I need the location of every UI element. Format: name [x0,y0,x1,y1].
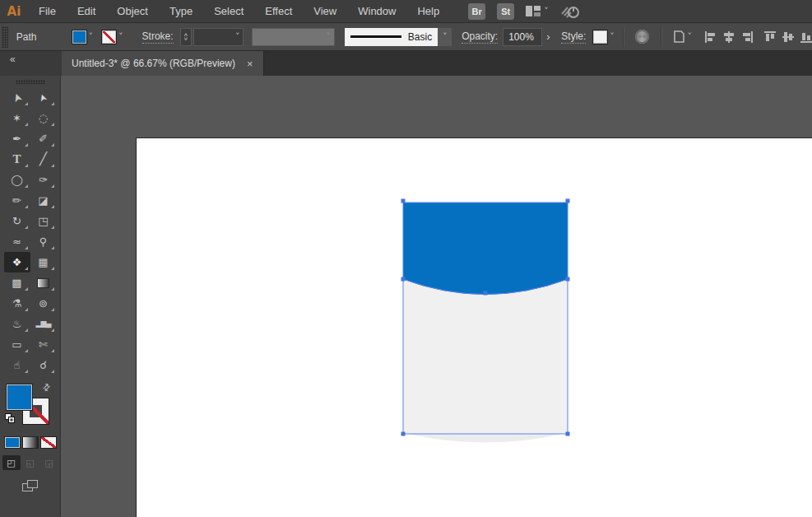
menu-select[interactable]: Select [206,5,251,17]
menu-object[interactable]: Object [109,5,155,17]
curvature-tool-icon: ✐ [39,133,48,144]
graphic-style-dropdown[interactable]: ˅ [592,30,615,44]
zoom-tool[interactable]: ☌ [30,355,57,375]
shaper-tool-icon: ✏ [12,195,21,206]
stroke-color-swatch [101,30,117,44]
opacity-panel-link[interactable]: Opacity: [462,30,498,44]
align-to-dropdown[interactable]: ˅ [672,30,692,43]
brush-definition-dropdown[interactable]: Basic ˅ [345,28,452,46]
fill-color-dropdown[interactable]: ˅ [72,30,94,44]
hand-tool[interactable]: ☝ [4,355,30,375]
align-to-artboard-icon [672,30,685,43]
default-fill-stroke-icon[interactable] [5,413,16,424]
lasso-tool[interactable]: ◌ [30,108,57,128]
ellipse-tool[interactable]: ◯ [4,170,30,190]
curvature-tool[interactable]: ✐ [30,128,57,149]
opacity-value: 100% [508,31,534,43]
scale-tool-icon: ◳ [38,216,48,226]
mesh-tool-icon: ▩ [12,277,21,288]
opacity-input[interactable]: 100% [503,28,541,46]
align-right-icon[interactable] [741,31,753,43]
rotate-tool[interactable]: ↻ [4,211,30,231]
menu-type[interactable]: Type [162,5,200,17]
recolor-artwork-icon[interactable] [635,30,649,44]
document-tab[interactable]: Untitled-3* @ 66.67% (RGB/Preview) × [62,51,264,76]
controlbar-grip-handle[interactable] [2,26,8,48]
workspace-layout-icon [526,6,541,16]
gradient-button[interactable] [22,436,39,449]
stroke-weight-stepper[interactable]: ˄ ˅ [180,28,193,46]
pen-tool[interactable]: ✒ [4,128,30,149]
blend-tool[interactable]: ⊚ [30,293,57,314]
none-button[interactable] [40,436,57,449]
draw-behind-button[interactable]: ◱ [21,455,39,470]
menu-window[interactable]: Window [350,5,403,17]
column-graph-tool[interactable]: ▂▆▄ [30,314,57,334]
gradient-tool-icon [37,278,49,288]
mesh-tool[interactable]: ▩ [4,272,30,293]
magic-wand-tool[interactable]: ✶ [4,108,30,128]
shape-builder-tool[interactable]: ❖ [4,252,30,272]
screen-mode-button[interactable] [22,480,39,492]
puppet-warp-tool[interactable]: ⚲ [30,231,57,252]
opacity-more-button[interactable]: › [542,28,555,46]
column-graph-tool-icon: ▂▆▄ [36,320,51,328]
paintbrush-tool[interactable]: ✑ [30,170,57,190]
zoom-tool-icon: ☌ [39,360,47,370]
type-tool[interactable]: T [4,149,30,170]
stroke-panel-link[interactable]: Stroke: [142,30,174,44]
stroke-color-dropdown[interactable]: ˅ [101,30,123,44]
symbol-sprayer-tool-icon: ♨ [12,319,22,329]
color-button[interactable] [4,436,21,449]
gpu-performance-icon[interactable] [560,4,580,19]
close-icon[interactable]: × [247,58,253,70]
bridge-button[interactable]: Br [468,3,485,20]
stroke-weight-dropdown[interactable]: ˅ [193,28,244,46]
symbol-sprayer-tool[interactable]: ♨ [4,314,30,334]
align-left-icon[interactable] [705,31,717,43]
menu-view[interactable]: View [306,5,344,17]
pasteboard[interactable] [61,76,812,517]
fill-swatch[interactable] [6,384,33,411]
width-tool[interactable]: ≈ [4,231,30,252]
perspective-grid-tool[interactable]: ▦ [30,252,57,272]
collapse-panel-button[interactable]: « [10,54,14,65]
align-vertical-center-icon[interactable] [782,31,794,43]
chevron-down-icon: ˅ [326,32,331,41]
eraser-tool[interactable]: ◪ [30,190,57,211]
menu-file[interactable]: File [31,5,63,17]
draw-inside-button[interactable]: ◲ [40,455,58,470]
artboard[interactable] [136,137,812,517]
eyedropper-tool[interactable]: ⚗ [4,293,30,314]
eraser-tool-icon: ◪ [38,195,48,206]
selection-tool[interactable]: ➤ [4,87,30,108]
direct-selection-tool[interactable]: ➤ [30,87,57,108]
ellipse-tool-icon: ◯ [11,175,23,185]
app-logo-icon: Ai [0,4,28,19]
slice-tool-icon: ✄ [39,339,48,350]
document-tab-title: Untitled-3* @ 66.67% (RGB/Preview) [72,58,235,69]
align-bottom-icon[interactable] [800,31,812,43]
perspective-grid-tool-icon: ▦ [38,257,48,268]
toolbar-grip-handle[interactable] [16,80,45,84]
stock-button[interactable]: St [497,3,514,20]
slice-tool[interactable]: ✄ [30,334,57,355]
line-segment-tool[interactable]: ╱ [30,149,57,170]
align-top-icon[interactable] [764,31,776,43]
paint-style-buttons [0,436,60,449]
menu-edit[interactable]: Edit [70,5,103,17]
menu-items: FileEditObjectTypeSelectEffectViewWindow… [28,5,450,17]
style-panel-link[interactable]: Style: [561,30,586,44]
shaper-tool[interactable]: ✏ [4,190,30,211]
align-horizontal-center-icon[interactable] [723,31,735,43]
swap-fill-stroke-icon[interactable]: ⇄ [40,381,53,394]
selection-tool-icon: ➤ [10,91,24,105]
menu-effect[interactable]: Effect [258,5,299,17]
menu-help[interactable]: Help [410,5,447,17]
workspace-switcher-button[interactable]: ˅ [526,6,549,16]
draw-normal-button[interactable]: ◰ [2,455,21,470]
artboard-tool[interactable]: ▭ [4,334,30,355]
divider [623,27,624,47]
gradient-tool[interactable] [30,272,57,293]
scale-tool[interactable]: ◳ [30,211,57,231]
